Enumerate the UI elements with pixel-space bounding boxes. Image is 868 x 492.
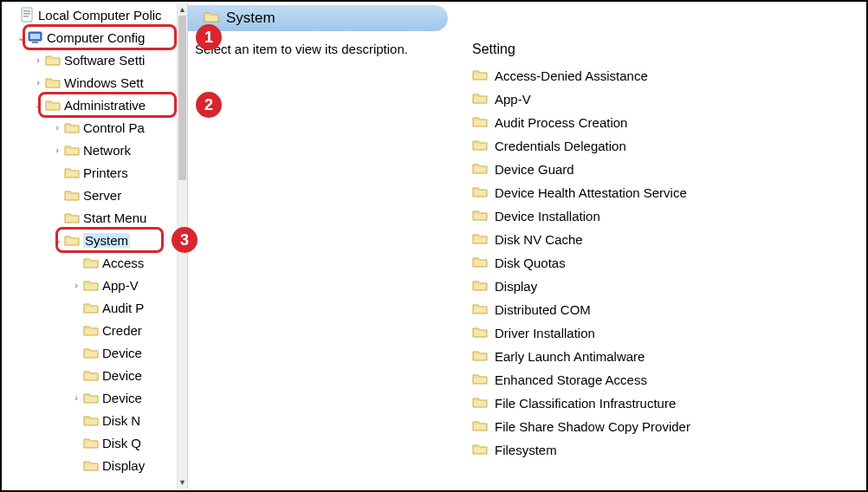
tree-label: Access bbox=[102, 256, 144, 270]
tree-node-root[interactable]: ▶ Local Computer Polic bbox=[3, 3, 177, 26]
details-header: System bbox=[188, 3, 865, 35]
description-hint: Select an item to view its description. bbox=[195, 42, 408, 56]
setting-item[interactable]: File Classification Infrastructure bbox=[472, 392, 865, 415]
setting-label: Early Launch Antimalware bbox=[495, 349, 645, 364]
setting-label: File Share Shadow Copy Provider bbox=[495, 419, 690, 434]
tree-label: Audit P bbox=[102, 301, 144, 315]
tree-label: Software Setti bbox=[64, 53, 145, 68]
folder-icon bbox=[83, 436, 99, 450]
setting-label: Disk NV Cache bbox=[495, 232, 583, 247]
setting-label: Audit Process Creation bbox=[495, 115, 627, 130]
setting-item[interactable]: Disk Quotas bbox=[472, 251, 865, 275]
tree-node-audit[interactable]: ▶ Audit P bbox=[3, 296, 177, 319]
setting-item[interactable]: Disk NV Cache bbox=[472, 228, 865, 251]
folder-icon bbox=[472, 419, 488, 434]
tree-label: Creder bbox=[102, 323, 142, 338]
description-column: Select an item to view its description. bbox=[195, 42, 437, 462]
expander-open[interactable]: ⌄ bbox=[14, 32, 28, 43]
setting-item[interactable]: Device Guard bbox=[472, 158, 865, 181]
tree-node-printers[interactable]: ▶ Printers bbox=[3, 161, 177, 184]
folder-icon bbox=[83, 346, 99, 359]
setting-item[interactable]: App-V bbox=[472, 87, 865, 111]
scroll-down-icon[interactable]: ▼ bbox=[178, 476, 187, 489]
tree-label: Disk N bbox=[102, 413, 140, 428]
tree-node-device2[interactable]: ▶ Device bbox=[3, 364, 177, 386]
tree-node-network[interactable]: › Network bbox=[3, 139, 177, 161]
setting-label: Filesystem bbox=[495, 443, 557, 457]
expander-closed[interactable]: › bbox=[69, 280, 83, 290]
tree-node-start-menu[interactable]: ▶ Start Menu bbox=[3, 206, 177, 229]
expander-closed[interactable]: › bbox=[50, 122, 64, 133]
tree-label: Local Computer Polic bbox=[38, 8, 162, 23]
tree-node-admin-templates[interactable]: ⌄ Administrative bbox=[3, 94, 177, 116]
tree-node-software-settings[interactable]: › Software Setti bbox=[3, 49, 177, 71]
expander-open[interactable]: ⌄ bbox=[31, 100, 45, 111]
setting-item[interactable]: Device Installation bbox=[472, 204, 865, 228]
tree-node-server[interactable]: ▶ Server bbox=[3, 184, 177, 206]
tree-node-disk-q[interactable]: ▶ Disk Q bbox=[3, 431, 177, 454]
setting-label: Device Health Attestation Service bbox=[495, 185, 687, 200]
tree-label: Printers bbox=[83, 165, 128, 180]
setting-label: Access-Denied Assistance bbox=[495, 68, 648, 83]
setting-item[interactable]: Distributed COM bbox=[472, 298, 865, 321]
folder-icon bbox=[472, 372, 488, 387]
scroll-up-icon[interactable]: ▲ bbox=[178, 3, 187, 16]
folder-icon bbox=[83, 391, 99, 405]
tree-node-access[interactable]: ▶ Access bbox=[3, 251, 177, 274]
expander-closed[interactable]: › bbox=[31, 77, 45, 87]
folder-icon bbox=[83, 301, 99, 314]
tree-label: Windows Sett bbox=[64, 75, 144, 90]
setting-item[interactable]: Audit Process Creation bbox=[472, 111, 865, 134]
tree-label: Network bbox=[83, 143, 131, 158]
folder-icon bbox=[83, 323, 99, 337]
tree-node-control-panel[interactable]: › Control Pa bbox=[3, 116, 177, 139]
folder-icon bbox=[472, 115, 488, 130]
tree-node-creden[interactable]: ▶ Creder bbox=[3, 319, 177, 341]
folder-icon bbox=[472, 209, 488, 223]
tree-label: Control Pa bbox=[83, 120, 145, 135]
setting-item[interactable]: Enhanced Storage Access bbox=[472, 368, 865, 392]
expander-closed[interactable]: › bbox=[69, 392, 83, 403]
settings-list: Access-Denied AssistanceApp-VAudit Proce… bbox=[472, 64, 865, 462]
setting-item[interactable]: Credentials Delegation bbox=[472, 134, 865, 158]
tree-node-app-v[interactable]: › App-V bbox=[3, 274, 177, 296]
folder-icon bbox=[83, 458, 99, 472]
folder-icon bbox=[83, 256, 99, 269]
details-pane: System Select an item to view its descri… bbox=[188, 3, 865, 489]
policy-tree[interactable]: ▶ Local Computer Polic ⌄ Computer Config… bbox=[3, 3, 177, 489]
tree-label: Disk Q bbox=[102, 436, 141, 450]
folder-icon bbox=[472, 302, 488, 317]
setting-item[interactable]: File Share Shadow Copy Provider bbox=[472, 415, 865, 438]
setting-label: Driver Installation bbox=[495, 326, 595, 340]
folder-icon bbox=[472, 162, 488, 177]
tree-label: Server bbox=[83, 188, 121, 203]
setting-item[interactable]: Early Launch Antimalware bbox=[472, 345, 865, 368]
tree-node-display[interactable]: ▶ Display bbox=[3, 454, 177, 476]
setting-label: Credentials Delegation bbox=[495, 139, 626, 153]
settings-column: Setting Access-Denied AssistanceApp-VAud… bbox=[472, 42, 865, 462]
folder-icon bbox=[472, 92, 488, 107]
policy-icon bbox=[19, 8, 35, 22]
expander-open[interactable]: ⌄ bbox=[50, 235, 64, 246]
folder-icon bbox=[64, 165, 80, 179]
scroll-thumb[interactable] bbox=[178, 16, 186, 180]
folder-icon bbox=[45, 75, 61, 89]
setting-item[interactable]: Display bbox=[472, 275, 865, 298]
folder-icon bbox=[472, 256, 488, 270]
setting-item[interactable]: Device Health Attestation Service bbox=[472, 181, 865, 204]
tree-node-disk-n[interactable]: ▶ Disk N bbox=[3, 409, 177, 431]
setting-item[interactable]: Access-Denied Assistance bbox=[472, 64, 865, 87]
expander-closed[interactable]: › bbox=[31, 55, 45, 65]
tree-panel: ▶ Local Computer Polic ⌄ Computer Config… bbox=[3, 3, 188, 489]
expander-closed[interactable]: › bbox=[50, 145, 64, 155]
tree-node-computer-config[interactable]: ⌄ Computer Config bbox=[3, 26, 177, 49]
setting-item[interactable]: Filesystem bbox=[472, 438, 865, 462]
tree-node-windows-settings[interactable]: › Windows Sett bbox=[3, 71, 177, 94]
tree-node-device1[interactable]: ▶ Device bbox=[3, 341, 177, 364]
tree-node-system[interactable]: ⌄ System bbox=[3, 229, 177, 251]
setting-item[interactable]: Driver Installation bbox=[472, 321, 865, 345]
tree-label: Computer Config bbox=[47, 30, 145, 45]
tree-node-device3[interactable]: › Device bbox=[3, 386, 177, 409]
details-title: System bbox=[226, 10, 275, 27]
tree-label: App-V bbox=[102, 278, 139, 293]
